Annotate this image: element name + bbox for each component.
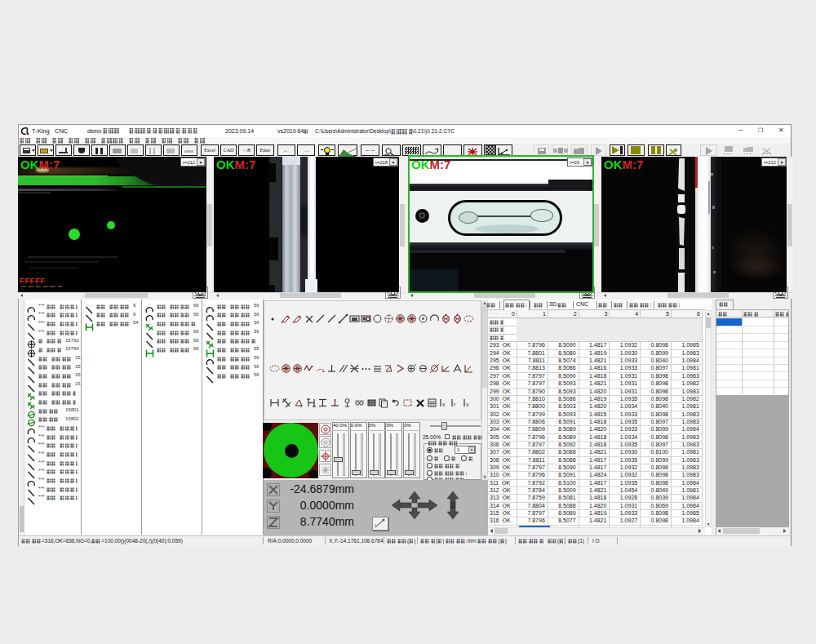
svg-text:r: r xyxy=(454,402,456,407)
svg-text:x: x xyxy=(300,403,303,408)
svg-text:v: v xyxy=(466,402,469,407)
svg-text:x: x xyxy=(442,402,446,407)
